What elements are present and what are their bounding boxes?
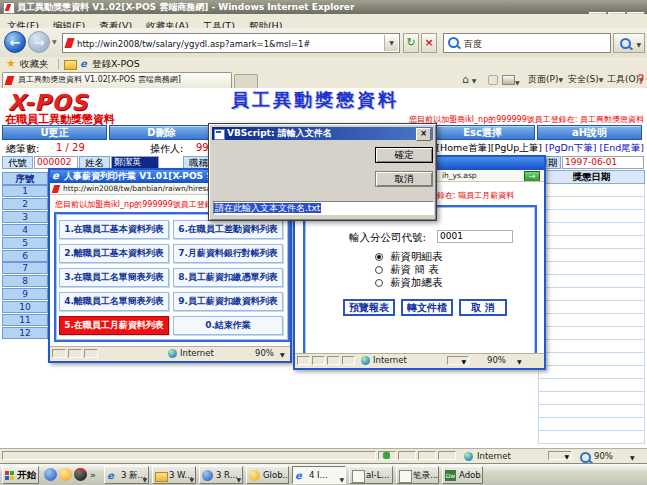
report-button-7[interactable]: 7.月薪資料銀行對帳列表: [173, 244, 283, 263]
ie-icon: e: [107, 470, 118, 481]
search-text[interactable]: 百度: [464, 38, 482, 51]
zoom-dropdown-icon[interactable]: ▼: [517, 355, 522, 368]
address-dropdown-icon[interactable]: ▼: [384, 35, 398, 51]
seq-row-8[interactable]: 8: [2, 275, 48, 287]
export-file-button[interactable]: 轉文件檔: [401, 299, 453, 316]
close-icon[interactable]: ×: [416, 128, 431, 141]
zoom-level[interactable]: 90%: [255, 347, 274, 360]
stop-button[interactable]: ×: [421, 33, 437, 53]
favorites-link-xpos[interactable]: 登錄X-POS: [92, 57, 140, 71]
taskbar-button-2[interactable]: 3 R...▼: [199, 466, 243, 484]
radio-label-1[interactable]: 薪資 簡 表: [390, 263, 439, 277]
report-button-6[interactable]: 6.在職員工差勤資料列表: [173, 220, 283, 239]
toolbar-button-help[interactable]: aH說明: [537, 125, 642, 140]
report-button-1[interactable]: 1.在職員工基本資料列表: [59, 220, 169, 239]
seq-row-7[interactable]: 7: [2, 262, 48, 274]
seq-row-6[interactable]: 6: [2, 250, 48, 262]
report-button-4[interactable]: 4.離職員工名單簡表列表: [59, 292, 169, 311]
window-titlebar[interactable]: 員工異動獎懲資料 V1.02[X-POS 雲端商務網] - Windows In…: [0, 0, 647, 14]
refresh-button[interactable]: ↻: [403, 33, 419, 53]
chevron-down-icon[interactable]: ▼: [189, 472, 194, 484]
taskbar-button-label: 4 I...: [309, 470, 328, 480]
toolbar-button-update[interactable]: U更正: [2, 125, 107, 140]
report-button-0[interactable]: 0.結束作業: [173, 316, 283, 335]
ok-button[interactable]: 確定: [375, 147, 433, 163]
seq-row-2[interactable]: 2: [2, 198, 48, 210]
filename-input[interactable]: 請在此輸入文本文件名.txt: [213, 201, 434, 215]
status-pane: [438, 451, 456, 460]
report-button-2[interactable]: 2.離職員工基本資料列表: [59, 244, 169, 263]
branch-code-input[interactable]: 0001: [437, 230, 513, 243]
go-button[interactable]: →: [524, 171, 540, 182]
tab-new[interactable]: [234, 74, 258, 88]
seq-row-10[interactable]: 10: [2, 301, 48, 313]
seq-row-12[interactable]: 12: [2, 327, 48, 339]
report-button-9[interactable]: 9.員工薪資扣繳資料列表: [173, 292, 283, 311]
taskbar-button-3[interactable]: Glob...: [246, 466, 289, 484]
forward-button[interactable]: →: [28, 31, 50, 53]
start-button[interactable]: 开始: [2, 466, 39, 484]
search-options-button[interactable]: ▼: [613, 33, 645, 53]
zoom-dropdown-icon[interactable]: ▼: [280, 348, 285, 361]
search-input[interactable]: 百度: [443, 33, 611, 53]
quicklaunch-qq-icon[interactable]: [74, 468, 87, 481]
cancel-button[interactable]: 取 消: [459, 299, 507, 316]
radio-label-0[interactable]: 薪資明細表: [390, 250, 443, 264]
quicklaunch-ie-icon[interactable]: [44, 468, 57, 481]
seq-row-11[interactable]: 11: [2, 314, 48, 326]
chevron-down-icon[interactable]: ▼: [142, 472, 147, 484]
taskbar-button-5[interactable]: al-L...: [349, 466, 393, 484]
back-button[interactable]: ←: [4, 31, 26, 53]
chevron-down-icon[interactable]: ▼: [339, 472, 344, 484]
status-pane[interactable]: ▼: [548, 451, 572, 460]
seq-column-header: 序號: [2, 172, 48, 185]
branch-window-status-bar: Internet ▼ 90% ▼: [295, 353, 544, 368]
radio-0-selected[interactable]: [375, 253, 383, 261]
taskbar-button-7[interactable]: DwAdob...: [442, 466, 483, 484]
url-text[interactable]: http://win2008/tw/salary/ygydl.asp?amark…: [77, 39, 310, 49]
report-button-3[interactable]: 3.在職員工名單簡表列表: [59, 268, 169, 287]
cancel-button[interactable]: 取消: [375, 171, 433, 187]
add-favorite-icon[interactable]: [64, 60, 77, 70]
page-menu[interactable]: 页面(P)▼: [528, 72, 563, 87]
history-dropdown-icon[interactable]: ▼: [52, 38, 57, 45]
seq-row-1[interactable]: 1: [2, 185, 48, 197]
quicklaunch-overflow-chevron[interactable]: »: [90, 470, 96, 480]
taskbar-button-6[interactable]: 笔录...: [396, 466, 439, 484]
home-button[interactable]: ⌂ ▼: [462, 72, 476, 88]
status-pane: [378, 451, 396, 460]
seq-row-3[interactable]: 3: [2, 211, 48, 223]
date-input[interactable]: 1997-06-01: [562, 156, 644, 169]
chevron-down-icon: ▼: [636, 41, 641, 48]
command-bar: ⌂ ▼ ▼ 页面(P)▼ 安全(S)▼ 工具(O)▼ ❓▼: [462, 72, 647, 87]
report-button-5[interactable]: 5.在職員工月薪資料列表: [59, 316, 169, 335]
taskbar-button-4[interactable]: e4 I...▼: [292, 466, 346, 484]
safety-menu[interactable]: 安全(S)▼: [568, 72, 603, 87]
taskbar-button-0[interactable]: e3 新...▼: [104, 466, 149, 484]
favorites-button[interactable]: 收藏夹: [20, 57, 49, 71]
report-button-8[interactable]: 8.員工薪資扣繳憑單列表: [173, 268, 283, 287]
preview-report-button[interactable]: 預覽報表: [343, 299, 395, 316]
app-icon: [3, 2, 15, 14]
chevron-down-icon[interactable]: ▼: [236, 472, 241, 484]
zoom-level[interactable]: 90%: [487, 354, 506, 367]
tab-active[interactable]: 員工異動獎懲資料 V1.02[X-POS 雲端商務網]: [2, 72, 232, 88]
address-bar[interactable]: http://win2008/tw/salary/ygydl.asp?amark…: [62, 33, 400, 53]
radio-label-2[interactable]: 薪資加總表: [390, 276, 443, 290]
vbscript-dialog-titlebar[interactable]: VBScript: 請輸入文件名 ×: [212, 127, 433, 140]
selected-text: 請在此輸入文本文件名.txt: [214, 203, 321, 213]
grid-row: [538, 392, 645, 405]
status-pane[interactable]: ▼: [447, 356, 469, 365]
radio-2[interactable]: [375, 279, 383, 287]
quicklaunch-messenger-icon[interactable]: [59, 468, 72, 481]
toolbar-button-delete[interactable]: D刪除: [109, 125, 214, 140]
seq-row-4[interactable]: 4: [2, 224, 48, 236]
help-menu[interactable]: ❓▼: [635, 72, 647, 87]
toolbar-button-esc-select[interactable]: Esc選擇: [430, 125, 535, 140]
taskbar-button-1[interactable]: 3 W...▼: [152, 466, 196, 484]
seq-row-5[interactable]: 5: [2, 237, 48, 249]
radio-1[interactable]: [375, 266, 383, 274]
zoom-level[interactable]: 90%: [594, 450, 613, 463]
seq-row-9[interactable]: 9: [2, 288, 48, 300]
grid-row: [538, 249, 645, 262]
